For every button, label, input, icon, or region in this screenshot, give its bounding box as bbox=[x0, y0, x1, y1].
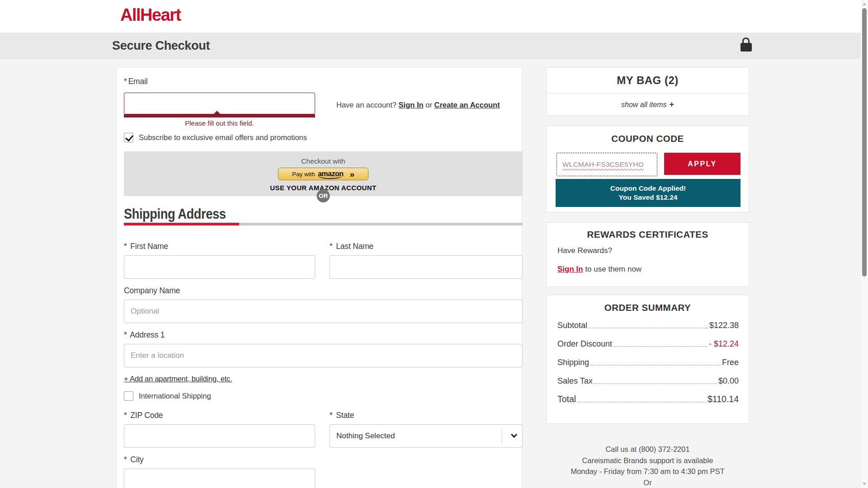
company-input[interactable] bbox=[124, 300, 523, 323]
support-line: Careismatic Brands support is available bbox=[546, 455, 749, 466]
summary-row-shipping: ShippingFree bbox=[557, 358, 739, 367]
scrollbar-thumb[interactable] bbox=[862, 8, 867, 277]
progress-fill bbox=[124, 223, 239, 225]
zip-input[interactable] bbox=[124, 424, 315, 448]
lock-icon bbox=[740, 38, 752, 52]
allheart-logo[interactable]: AllHeart bbox=[120, 5, 181, 25]
amazon-logo: amazon bbox=[318, 170, 344, 178]
support-contact-info: Call us at (800) 372-2201 Careismatic Br… bbox=[546, 444, 749, 488]
or-divider-badge: OR bbox=[317, 189, 330, 202]
plus-icon: + bbox=[669, 100, 674, 109]
shipping-address-heading: Shipping Address bbox=[124, 206, 226, 222]
coupon-code-input[interactable]: WLCMAH-FS3CSE5YHO bbox=[557, 153, 657, 176]
scroll-up-arrow-icon[interactable] bbox=[863, 3, 866, 5]
rewards-signin-line: Sign In to use them now bbox=[557, 265, 642, 274]
first-name-label: * First Name bbox=[124, 242, 168, 251]
secure-checkout-bar: Secure Checkout bbox=[0, 33, 861, 59]
account-prompt: Have an account? Sign In or Create an Ac… bbox=[336, 101, 500, 109]
sign-in-link[interactable]: Sign In bbox=[399, 101, 424, 109]
rewards-card: REWARDS CERTIFICATES Have Rewards? Sign … bbox=[546, 222, 749, 287]
chevron-down-icon bbox=[511, 432, 517, 438]
international-shipping-checkbox[interactable] bbox=[124, 391, 133, 401]
rewards-title: REWARDS CERTIFICATES bbox=[547, 223, 749, 240]
city-label: * City bbox=[124, 455, 144, 465]
email-error-bar bbox=[124, 114, 315, 117]
double-chevron-icon: » bbox=[350, 170, 355, 178]
support-line: Monday - Friday from 7:30 am to 4:30 pm … bbox=[546, 466, 749, 477]
first-name-input[interactable] bbox=[124, 255, 315, 279]
state-label: * State bbox=[330, 411, 354, 420]
support-line: Or bbox=[546, 477, 749, 488]
rewards-question: Have Rewards? bbox=[557, 246, 612, 255]
last-name-label: * Last Name bbox=[330, 242, 373, 251]
summary-row-subtotal: Subtotal$122.38 bbox=[557, 321, 739, 330]
coupon-applied-line2: You Saved $12.24 bbox=[556, 193, 741, 202]
coupon-card: COUPON CODE WLCMAH-FS3CSE5YHO APPLY Coup… bbox=[546, 126, 749, 212]
checkout-progress-bar bbox=[124, 223, 523, 225]
page-scrollbar[interactable] bbox=[861, 0, 868, 488]
apply-coupon-button[interactable]: APPLY bbox=[664, 153, 741, 175]
checkout-with-text: Checkout with bbox=[124, 151, 523, 165]
order-summary-title: ORDER SUMMARY bbox=[547, 295, 749, 313]
support-line: Call us at (800) 372-2201 bbox=[546, 444, 749, 455]
select-divider bbox=[502, 429, 502, 443]
international-shipping-row: International Shipping bbox=[124, 391, 211, 401]
last-name-input[interactable] bbox=[330, 255, 523, 279]
coupon-applied-banner: Coupon Code Applied! You Saved $12.24 bbox=[556, 179, 741, 207]
summary-row-total: Total$110.14 bbox=[557, 394, 739, 404]
show-all-items-toggle[interactable]: show all items+ bbox=[547, 94, 749, 116]
my-bag-title: MY BAG (2) bbox=[547, 68, 749, 94]
pay-with-amazon-button[interactable]: Pay with amazon » bbox=[278, 168, 368, 180]
subscribe-label: Subscribe to exclusive email offers and … bbox=[139, 133, 307, 142]
coupon-title: COUPON CODE bbox=[547, 126, 749, 144]
scroll-down-arrow-icon[interactable] bbox=[863, 483, 866, 485]
zip-label: * ZIP Code bbox=[124, 411, 163, 420]
state-selected-value: Nothing Selected bbox=[336, 432, 395, 441]
coupon-code-value: WLCMAH-FS3CSE5YHO bbox=[562, 160, 644, 169]
order-summary-card: ORDER SUMMARY Subtotal$122.38 Order Disc… bbox=[546, 295, 749, 424]
my-bag-card: MY BAG (2) show all items+ bbox=[546, 67, 749, 116]
amazon-pay-section: Checkout with Pay with amazon » USE YOUR… bbox=[124, 151, 523, 196]
rewards-sign-in-link[interactable]: Sign In bbox=[557, 265, 583, 273]
email-error-message: Please fill out this field. bbox=[124, 119, 315, 127]
email-error-arrow-icon bbox=[213, 111, 221, 114]
coupon-applied-line1: Coupon Code Applied! bbox=[556, 184, 741, 193]
required-asterisk: * bbox=[124, 77, 127, 86]
add-apartment-link[interactable]: + Add an apartment, building, etc. bbox=[124, 375, 232, 383]
subscribe-row: Subscribe to exclusive email offers and … bbox=[124, 133, 307, 142]
subscribe-checkbox[interactable] bbox=[124, 133, 133, 142]
email-label: *Email bbox=[124, 77, 147, 86]
state-select[interactable]: Nothing Selected bbox=[330, 424, 523, 448]
company-label: Company Name bbox=[124, 286, 180, 296]
create-account-link[interactable]: Create an Account bbox=[434, 101, 500, 109]
international-shipping-label: International Shipping bbox=[139, 392, 211, 400]
summary-row-discount: Order Discount- $12.24 bbox=[557, 339, 739, 349]
checkout-form-card: *Email Please fill out this field. Have … bbox=[116, 67, 522, 488]
city-input[interactable] bbox=[124, 469, 315, 488]
address1-input[interactable] bbox=[124, 344, 523, 367]
summary-row-salestax: Sales Tax$0.00 bbox=[557, 376, 739, 386]
page-title: Secure Checkout bbox=[112, 33, 210, 59]
address1-label: * Address 1 bbox=[124, 330, 165, 340]
top-header: AllHeart bbox=[0, 0, 861, 33]
